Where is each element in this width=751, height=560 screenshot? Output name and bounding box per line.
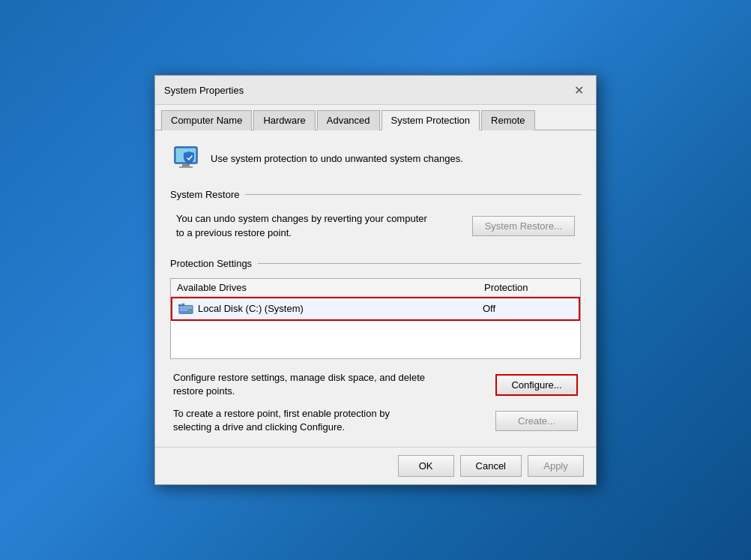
cancel-button[interactable]: Cancel (460, 455, 522, 477)
svg-rect-7 (180, 310, 188, 310)
protection-settings-title: Protection Settings (170, 258, 252, 269)
ok-button[interactable]: OK (398, 455, 454, 477)
system-restore-title: System Restore (170, 189, 239, 200)
protection-settings-divider (258, 263, 581, 264)
system-restore-button[interactable]: System Restore... (472, 216, 575, 236)
configure-button[interactable]: Configure... (495, 374, 578, 396)
column-header-drives: Available Drives (177, 282, 484, 293)
drives-table: Available Drives Protection (170, 278, 581, 359)
drives-table-empty-area (171, 321, 580, 358)
tab-hardware[interactable]: Hardware (253, 110, 315, 130)
system-restore-divider (245, 194, 581, 195)
create-row: To create a restore point, first enable … (170, 407, 581, 434)
svg-rect-3 (179, 166, 193, 168)
drives-table-header: Available Drives Protection (171, 279, 580, 297)
protection-settings-header: Protection Settings (170, 258, 581, 269)
create-button[interactable]: Create... (495, 411, 578, 431)
tab-bar: Computer Name Hardware Advanced System P… (155, 105, 596, 130)
table-row[interactable]: Local Disk (C:) (System) Off (171, 297, 580, 321)
protection-icon (170, 142, 202, 174)
drive-name: Local Disk (C:) (System) (198, 303, 304, 314)
apply-button[interactable]: Apply (528, 455, 584, 477)
system-restore-section: System Restore You can undo system chang… (170, 189, 581, 242)
dialog-content: Use system protection to undo unwanted s… (155, 130, 596, 446)
configure-row: Configure restore settings, manage disk … (170, 371, 581, 398)
drive-cell: Local Disk (C:) (System) (178, 302, 483, 316)
tab-system-protection[interactable]: System Protection (381, 110, 480, 130)
tab-computer-name[interactable]: Computer Name (161, 110, 252, 130)
svg-point-6 (189, 310, 191, 313)
protection-settings-section: Protection Settings Available Drives Pro… (170, 258, 581, 359)
system-restore-text: You can undo system changes by reverting… (176, 212, 431, 239)
configure-text: Configure restore settings, manage disk … (173, 371, 428, 398)
close-button[interactable]: ✕ (570, 82, 587, 98)
description-row: Use system protection to undo unwanted s… (170, 142, 581, 174)
create-text: To create a restore point, first enable … (173, 407, 428, 434)
svg-rect-9 (182, 304, 185, 306)
system-restore-header: System Restore (170, 189, 581, 200)
system-restore-row: You can undo system changes by reverting… (170, 209, 581, 242)
dialog-title: System Properties (164, 85, 244, 96)
system-properties-dialog: System Properties ✕ Computer Name Hardwa… (154, 75, 597, 484)
drive-icon (178, 302, 193, 316)
protection-status: Off (483, 303, 573, 314)
tab-remote[interactable]: Remote (481, 110, 535, 130)
tab-advanced[interactable]: Advanced (317, 110, 380, 130)
title-bar: System Properties ✕ (155, 76, 596, 105)
svg-rect-5 (180, 306, 192, 309)
dialog-footer: OK Cancel Apply (155, 447, 596, 484)
column-header-protection: Protection (484, 282, 574, 293)
description-text: Use system protection to undo unwanted s… (211, 153, 463, 164)
